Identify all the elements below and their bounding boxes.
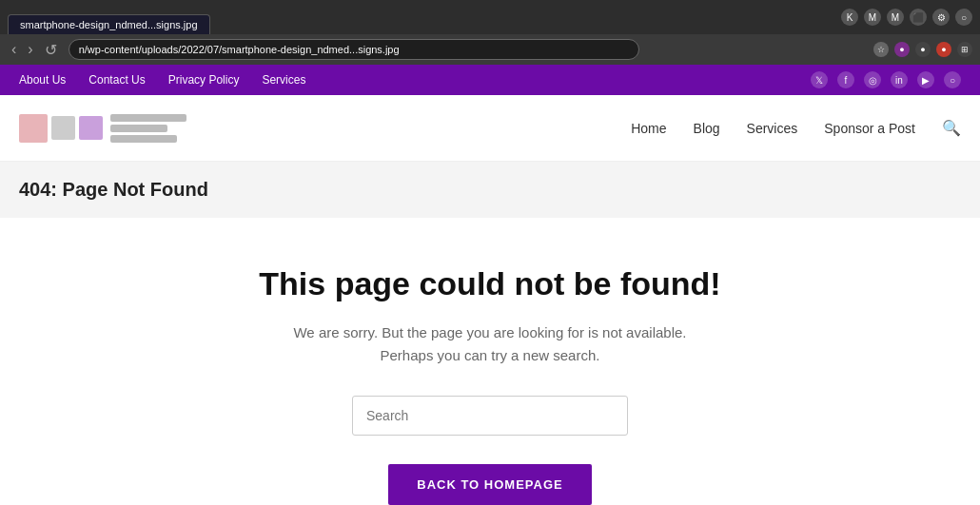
- browser-chrome: smartphone-design_ndmed...signs.jpg K M …: [0, 0, 980, 34]
- nav-buttons: ‹ › ↺: [8, 41, 61, 59]
- instagram-icon[interactable]: ◎: [864, 71, 881, 88]
- nav-sponsor[interactable]: Sponsor a Post: [824, 121, 915, 136]
- not-found-title: This page could not be found!: [19, 265, 961, 302]
- browser-tabs: smartphone-design_ndmed...signs.jpg: [8, 0, 833, 34]
- extension-icon-3[interactable]: ●: [936, 42, 951, 57]
- logo-image-center: [51, 116, 75, 140]
- other-social-icon[interactable]: ○: [944, 71, 961, 88]
- twitter-icon[interactable]: 𝕏: [811, 71, 828, 88]
- logo-text-line-1: [110, 114, 186, 122]
- logo-image-right: [79, 116, 103, 140]
- search-input[interactable]: [352, 396, 628, 436]
- main-content: This page could not be found! We are sor…: [0, 218, 980, 505]
- facebook-icon[interactable]: f: [837, 71, 854, 88]
- logo-text-area: [110, 114, 186, 143]
- logo-area: [19, 114, 186, 143]
- linkedin-icon[interactable]: in: [891, 71, 908, 88]
- back-to-homepage-button[interactable]: BACK TO HOMEPAGE: [388, 464, 591, 505]
- breadcrumb-text: 404: Page Not Found: [19, 179, 208, 200]
- nav-home[interactable]: Home: [631, 121, 666, 136]
- main-navigation: Home Blog Services Sponsor a Post 🔍: [631, 119, 961, 137]
- logo-text-line-2: [110, 125, 167, 132]
- rss-icon[interactable]: ⬛: [910, 9, 927, 26]
- search-toggle-button[interactable]: 🔍: [942, 119, 961, 137]
- account-icon[interactable]: ○: [955, 9, 972, 26]
- top-nav-services[interactable]: Services: [262, 73, 305, 87]
- desc-line-2: Perhaps you can try a new search.: [381, 347, 600, 363]
- browser-action-icons: ☆ ● ● ● ⊞: [873, 42, 972, 57]
- profile-icon-m[interactable]: M: [887, 9, 904, 26]
- logo-text-line-3: [110, 135, 177, 143]
- top-nav-contact[interactable]: Contact Us: [88, 73, 145, 87]
- top-nav-privacy[interactable]: Privacy Policy: [168, 73, 240, 87]
- back-browser-button[interactable]: ‹: [8, 41, 20, 59]
- extension-icon-1[interactable]: ●: [894, 42, 910, 57]
- main-header: Home Blog Services Sponsor a Post 🔍: [0, 95, 980, 162]
- gmail-icon[interactable]: M: [864, 9, 881, 26]
- youtube-icon[interactable]: ▶: [917, 71, 934, 88]
- social-icons-bar: 𝕏 f ◎ in ▶ ○: [811, 71, 961, 88]
- forward-browser-button[interactable]: ›: [24, 41, 36, 59]
- settings-icon[interactable]: ⚙: [932, 9, 950, 26]
- nav-services[interactable]: Services: [747, 121, 798, 136]
- desc-line-1: We are sorry. But the page you are looki…: [293, 324, 686, 340]
- top-nav-about[interactable]: About Us: [19, 73, 66, 87]
- breadcrumb-bar: 404: Page Not Found: [0, 162, 980, 218]
- active-tab[interactable]: smartphone-design_ndmed...signs.jpg: [8, 14, 210, 34]
- nav-blog[interactable]: Blog: [694, 121, 720, 136]
- address-bar-area: ‹ › ↺ ☆ ● ● ● ⊞: [0, 34, 980, 65]
- address-input[interactable]: [69, 39, 639, 60]
- not-found-description: We are sorry. But the page you are looki…: [19, 321, 961, 367]
- extension-icon-2[interactable]: ●: [915, 42, 931, 57]
- top-navigation-bar: About Us Contact Us Privacy Policy Servi…: [0, 65, 980, 95]
- extension-icon-4[interactable]: ⊞: [957, 42, 972, 57]
- refresh-browser-button[interactable]: ↺: [41, 41, 61, 59]
- logo-image-left: [19, 114, 48, 143]
- browser-toolbar-icons: K M M ⬛ ⚙ ○: [841, 9, 972, 26]
- profile-icon-k[interactable]: K: [841, 9, 858, 26]
- bookmark-icon[interactable]: ☆: [873, 42, 889, 57]
